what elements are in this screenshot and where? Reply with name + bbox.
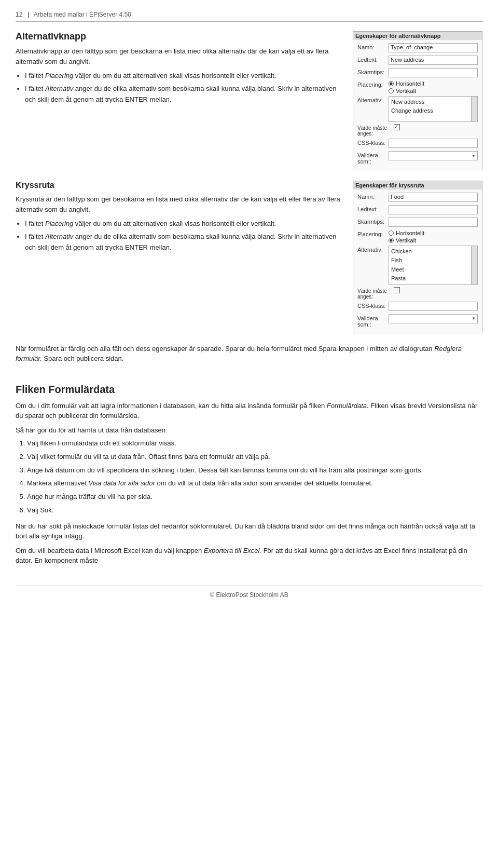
- formulärdata-para3: När du har sökt på inskickade formulär l…: [16, 521, 482, 541]
- prop2-skarmtips-label: Skärmtips:: [357, 218, 389, 225]
- alt-list-scrollbar-2[interactable]: [471, 246, 477, 284]
- prop-validera-value: ▼: [389, 151, 478, 160]
- prop2-validera-select[interactable]: ▼: [389, 314, 478, 323]
- prop-skarmtips-input[interactable]: [389, 68, 478, 77]
- step-6: Välj Sök.: [27, 505, 482, 516]
- prop2-validera-label: Validera som::: [357, 314, 389, 328]
- radio2-horisontellt-label: Horisontellt: [396, 230, 424, 236]
- prop2-ledtext-input[interactable]: [389, 205, 478, 214]
- radio-vertikalt[interactable]: Vertikalt: [389, 88, 478, 94]
- kryssruta-bullet1-text: I fältet Placering väljer du om du att a…: [25, 220, 276, 227]
- prop2-varde-label: Värde måste anges:: [357, 287, 394, 300]
- kryssruta-property-box: Egenskaper för kryssruta Namn: Food Ledt…: [353, 181, 482, 333]
- prop2-placering-label: Placering:: [357, 230, 389, 237]
- formulärdata-para1: Om du i ditt formulär valt att lagra inf…: [16, 401, 482, 421]
- prop2-skarmtips-input[interactable]: [389, 218, 478, 227]
- step-5: Ange hur många träffar du vill ha per si…: [27, 492, 482, 503]
- prop2-placering-options: Horisontellt Vertikalt: [389, 230, 478, 243]
- alt-item-2-4: Pasta: [390, 274, 476, 283]
- fd-italic-2: Exportera till Excel.: [204, 547, 261, 554]
- checkbox-varde-2[interactable]: [394, 287, 400, 293]
- fd-italic-1: Formulärdata.: [327, 402, 369, 410]
- alternativknapp-para1: Alternativknapp är den fälttyp som ger b…: [16, 46, 343, 66]
- alternativknapp-bullet2: I fältet Alternativ anger du de olika al…: [25, 84, 343, 105]
- prop-row-validera: Validera som:: ▼: [357, 151, 478, 165]
- prop-css-input-1[interactable]: [389, 139, 478, 148]
- prop2-row-namn: Namn: Food: [357, 193, 478, 203]
- alt-item-2-3: Meet: [390, 265, 476, 274]
- property-box-2: Egenskaper för kryssruta Namn: Food Ledt…: [353, 181, 482, 333]
- select-arrow-2: ▼: [472, 316, 476, 321]
- prop-skarmtips-label: Skärmtips:: [357, 68, 389, 75]
- radio2-vertikalt[interactable]: Vertikalt: [389, 237, 478, 243]
- alternativknapp-bullets: I fältet Placering väljer du om du att a…: [25, 71, 343, 105]
- prop-namn-label: Namn:: [357, 43, 389, 50]
- prop-ledtext-input[interactable]: New address: [389, 56, 478, 65]
- prop-row-varde: Värde måste anges:: [357, 124, 478, 137]
- page-wrapper: 12 | Arbeta med mallar i EPiServer 4.50 …: [0, 0, 498, 614]
- alternativ-list-2[interactable]: Chicken Fish Meet Pasta: [389, 246, 478, 285]
- prop2-validera-value: ▼: [389, 314, 478, 323]
- closing-text-3: Spara och publicera sidan.: [44, 355, 123, 362]
- kryssruta-para1: Kryssruta är den fälttyp som ger besökar…: [16, 194, 343, 214]
- prop2-namn-value: Food: [389, 193, 478, 202]
- prop-row-placering: Placering: Horisontellt Vertikalt: [357, 80, 478, 94]
- prop2-row-css: CSS-klass:: [357, 302, 478, 312]
- checkbox-varde-1[interactable]: [394, 124, 400, 130]
- prop-skarmtips-value: [389, 68, 478, 77]
- closing-section: När formuläret är färdig och alla fält o…: [16, 344, 482, 368]
- prop-placering-label: Placering:: [357, 80, 389, 88]
- footer-text: © ElektroPost Stockholm AB: [210, 591, 288, 599]
- alt-item-2-1: Chicken: [390, 247, 476, 256]
- prop-row-alternativ: Alternativ: New address Change address: [357, 96, 478, 122]
- alt-item-1-1: New address: [390, 98, 476, 106]
- prop-varde-value: [394, 124, 478, 131]
- prop-validera-label: Validera som::: [357, 151, 389, 165]
- alternativknapp-heading: Alternativknapp: [16, 31, 343, 42]
- kryssruta-bullet1: I fältet Placering väljer du om du att a…: [25, 219, 343, 229]
- kryssruta-bullets: I fältet Placering väljer du om du att a…: [25, 219, 343, 253]
- prop2-alternativ-label: Alternativ:: [357, 246, 389, 253]
- step-1: Välj fliken Formulärdata och ett sökform…: [27, 438, 482, 449]
- alt-list-scrollbar-1[interactable]: [471, 97, 477, 121]
- formulärdata-steps: Välj fliken Formulärdata och ett sökform…: [27, 438, 482, 516]
- alternativknapp-text: Alternativknapp Alternativknapp är den f…: [16, 31, 343, 170]
- closing-text-1: När formuläret är färdig och alla fält o…: [16, 345, 433, 352]
- formulärdata-section: Fliken Formulärdata Om du i ditt formulä…: [16, 384, 482, 570]
- radio-vertikalt-label: Vertikalt: [396, 88, 416, 94]
- prop2-namn-input[interactable]: Food: [389, 193, 478, 202]
- prop2-ledtext-value: [389, 205, 478, 214]
- prop-row-skarmtips: Skärmtips:: [357, 68, 478, 78]
- radio-vertikalt-circle: [389, 88, 394, 93]
- radio-horisontellt[interactable]: Horisontellt: [389, 80, 478, 87]
- fd-text-1: Om du i ditt formulär valt att lagra inf…: [16, 402, 325, 410]
- prop-namn-input[interactable]: Type_of_change: [389, 43, 478, 52]
- formulärdata-para4: Om du vill bearbeta data i Microsoft Exc…: [16, 546, 482, 566]
- alternativ-list-1[interactable]: New address Change address: [389, 96, 478, 122]
- radio2-horisontellt[interactable]: Horisontellt: [389, 230, 478, 236]
- formulärdata-heading: Fliken Formulärdata: [16, 384, 482, 396]
- step-3: Ange två datum om du vill specificera di…: [27, 465, 482, 476]
- property-box-2-title: Egenskaper för kryssruta: [353, 181, 482, 189]
- prop2-row-ledtext: Ledtext:: [357, 205, 478, 215]
- prop2-row-skarmtips: Skärmtips:: [357, 218, 478, 228]
- prop2-css-label: CSS-klass:: [357, 302, 389, 309]
- prop2-css-input[interactable]: [389, 302, 478, 311]
- kryssruta-text: Kryssruta Kryssruta är den fälttyp som g…: [16, 181, 343, 333]
- prop-row-css: CSS-klass:: [357, 139, 478, 149]
- prop2-row-validera: Validera som:: ▼: [357, 314, 478, 328]
- prop-validera-select-1[interactable]: ▼: [389, 151, 478, 160]
- bullet1-text: I fältet Placering väljer du om du att a…: [25, 72, 276, 79]
- header-separator: |: [27, 10, 29, 18]
- prop-ledtext-value: New address: [389, 56, 478, 65]
- kryssruta-heading: Kryssruta: [16, 181, 343, 190]
- step-2: Välj vilket formulär du vill ta ut data …: [27, 452, 482, 463]
- formulärdata-para2: Så här gör du för att hämta ut data från…: [16, 425, 482, 436]
- fd-text-4: Om du vill bearbeta data i Microsoft Exc…: [16, 547, 202, 554]
- prop-alternativ-value: New address Change address: [389, 96, 478, 122]
- radio-horisontellt-circle: [389, 81, 394, 86]
- alt-item-2-2: Fish: [390, 256, 476, 265]
- property-box-1-title: Egenskaper för alternativknapp: [353, 32, 482, 40]
- prop-ledtext-label: Ledtext:: [357, 56, 389, 63]
- prop2-row-alternativ: Alternativ: Chicken Fish Meet Pasta: [357, 246, 478, 285]
